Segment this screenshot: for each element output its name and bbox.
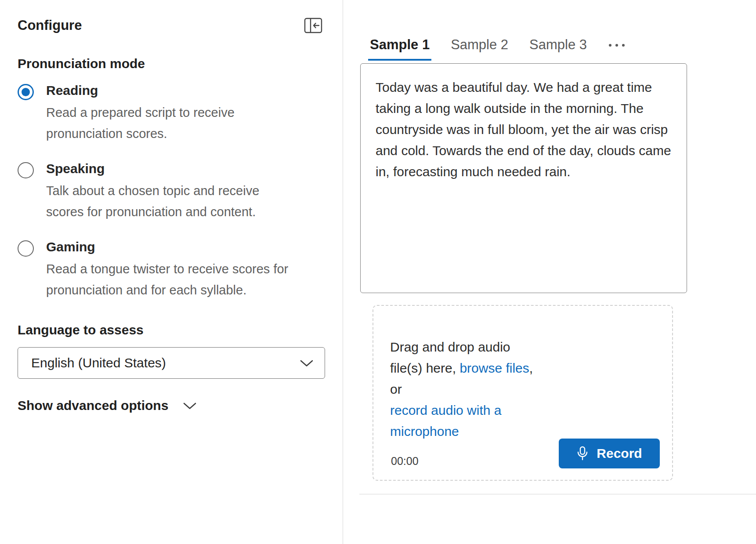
tab-sample-3[interactable]: Sample 3 bbox=[528, 37, 589, 61]
more-horizontal-icon bbox=[609, 44, 625, 47]
more-tabs-button[interactable] bbox=[606, 44, 627, 61]
sample-text-input[interactable]: Today was a beautiful day. We had a grea… bbox=[360, 63, 687, 293]
radio-speaking[interactable] bbox=[18, 162, 34, 178]
chevron-down-icon bbox=[300, 359, 313, 367]
microphone-icon bbox=[576, 446, 589, 461]
tab-sample-2[interactable]: Sample 2 bbox=[449, 37, 510, 61]
radio-label-speaking[interactable]: Speaking bbox=[46, 161, 294, 177]
radio-gaming[interactable] bbox=[18, 240, 34, 257]
radio-option-gaming[interactable]: Gaming Read a tongue twister to receive … bbox=[18, 239, 323, 301]
configure-panel: Configure Pronunciation mode Reading Rea… bbox=[0, 0, 343, 544]
language-select-value: English (United States) bbox=[31, 355, 166, 370]
sample-tabs: Sample 1 Sample 2 Sample 3 bbox=[368, 37, 756, 61]
show-advanced-options-label: Show advanced options bbox=[18, 398, 168, 413]
dropzone-instructions: Drag and drop audio file(s) here, browse… bbox=[390, 337, 566, 442]
radio-option-gaming-text: Gaming Read a tongue twister to receive … bbox=[46, 239, 294, 301]
show-advanced-options-toggle[interactable]: Show advanced options bbox=[18, 398, 323, 413]
language-select[interactable]: English (United States) bbox=[18, 347, 325, 379]
radio-description-reading: Read a prepared script to receive pronun… bbox=[46, 102, 294, 144]
dropzone-text-or: or bbox=[390, 382, 402, 396]
record-button-label: Record bbox=[597, 446, 642, 461]
configure-panel-header: Configure bbox=[18, 17, 323, 34]
radio-option-reading[interactable]: Reading Read a prepared script to receiv… bbox=[18, 83, 323, 144]
dropzone-text-line2: file(s) here, bbox=[390, 361, 459, 375]
audio-dropzone[interactable]: Drag and drop audio file(s) here, browse… bbox=[373, 305, 673, 481]
browse-files-link[interactable]: browse files bbox=[459, 361, 529, 375]
content-bottom-divider bbox=[359, 494, 756, 494]
collapse-panel-button[interactable] bbox=[303, 17, 323, 34]
record-audio-link[interactable]: record audio with a microphone bbox=[390, 403, 501, 439]
configure-title: Configure bbox=[18, 18, 82, 33]
radio-reading[interactable] bbox=[18, 84, 34, 100]
radio-label-reading[interactable]: Reading bbox=[46, 83, 294, 98]
recording-timer: 00:00 bbox=[391, 455, 419, 468]
radio-option-speaking-text: Speaking Talk about a chosen topic and r… bbox=[46, 161, 294, 222]
pronunciation-assessment-page: Configure Pronunciation mode Reading Rea… bbox=[0, 0, 756, 544]
radio-label-gaming[interactable]: Gaming bbox=[46, 239, 294, 255]
pronunciation-mode-options: Reading Read a prepared script to receiv… bbox=[18, 83, 323, 301]
radio-option-reading-text: Reading Read a prepared script to receiv… bbox=[46, 83, 294, 144]
radio-option-speaking[interactable]: Speaking Talk about a chosen topic and r… bbox=[18, 161, 323, 222]
tab-sample-1[interactable]: Sample 1 bbox=[368, 37, 431, 61]
radio-description-gaming: Read a tongue twister to receive scores … bbox=[46, 258, 294, 301]
dropzone-text-comma: , bbox=[529, 361, 533, 375]
sample-panel: Sample 1 Sample 2 Sample 3 Today was a b… bbox=[343, 0, 756, 544]
radio-description-speaking: Talk about a chosen topic and receive sc… bbox=[46, 180, 294, 222]
record-button[interactable]: Record bbox=[559, 439, 660, 468]
panel-collapse-left-icon bbox=[304, 18, 322, 33]
dropzone-text-line1: Drag and drop audio bbox=[390, 340, 510, 354]
pronunciation-mode-heading: Pronunciation mode bbox=[18, 56, 323, 71]
chevron-down-icon bbox=[183, 402, 196, 410]
language-to-assess-heading: Language to assess bbox=[18, 323, 323, 337]
